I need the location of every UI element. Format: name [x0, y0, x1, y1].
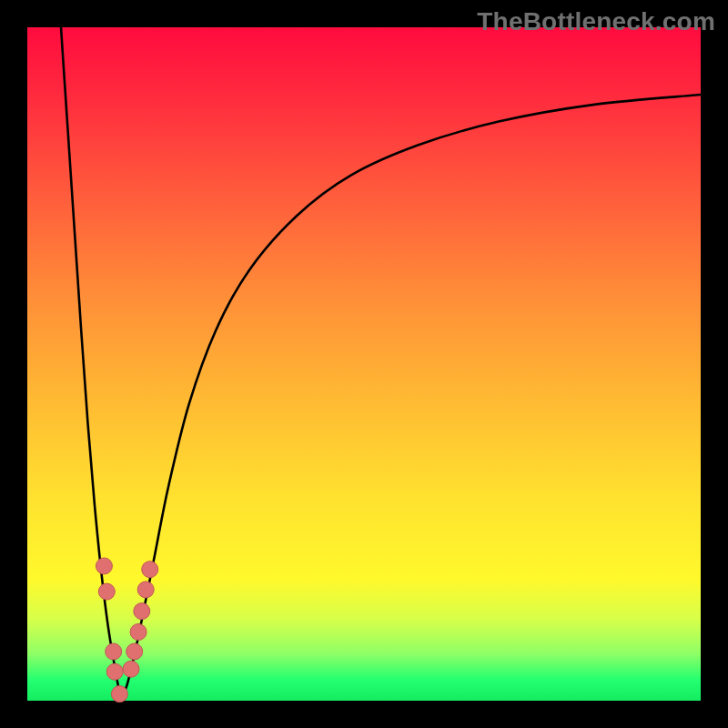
data-marker	[106, 663, 123, 680]
data-marker	[106, 643, 122, 660]
data-marker	[96, 558, 112, 574]
data-marker	[142, 561, 158, 578]
data-marker	[111, 686, 127, 703]
bottleneck-curve	[61, 27, 701, 693]
data-marker	[126, 643, 143, 660]
data-marker	[98, 583, 115, 600]
curve-layer	[27, 27, 701, 701]
brand-watermark: TheBottleneck.com	[477, 7, 715, 36]
data-marker	[137, 581, 154, 598]
chart-frame: TheBottleneck.com	[0, 0, 728, 728]
data-marker	[134, 603, 150, 620]
data-marker	[130, 624, 147, 641]
data-marker	[123, 661, 139, 677]
plot-area	[27, 27, 701, 701]
